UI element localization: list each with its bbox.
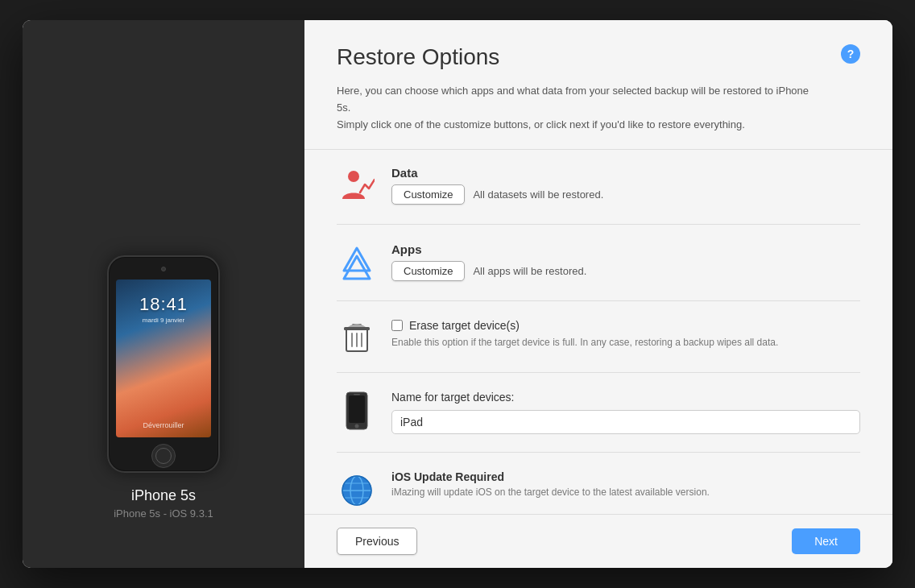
device-subtitle: iPhone 5s - iOS 9.3.1 — [114, 507, 213, 520]
target-phone-svg-icon — [345, 391, 369, 430]
erase-svg-icon — [342, 319, 372, 354]
ios-update-title: iOS Update Required — [391, 470, 710, 483]
target-device-icon — [337, 391, 377, 431]
erase-option-row: Erase target device(s) Enable this optio… — [337, 319, 860, 354]
target-name-label: Name for target devices: — [391, 391, 860, 404]
content-body: Data Customize All datasets will be rest… — [304, 150, 892, 514]
header-title-area: Restore Options Here, you can choose whi… — [337, 44, 833, 133]
ios-update-description: iMazing will update iOS on the target de… — [391, 487, 710, 498]
data-option-controls: Customize All datasets will be restored. — [391, 184, 860, 205]
apps-option-row: Apps Customize All apps will be restored… — [337, 242, 860, 283]
divider-2 — [337, 300, 860, 301]
svg-rect-10 — [349, 395, 365, 423]
phone-home-button — [151, 444, 176, 468]
device-illustration: 18:41 mardi 9 janvier Déverrouiller iPho… — [107, 255, 220, 520]
divider-1 — [337, 224, 860, 225]
data-icon — [337, 166, 377, 206]
svg-marker-1 — [344, 248, 370, 271]
phone-camera — [161, 267, 166, 271]
data-option-content: Data Customize All datasets will be rest… — [391, 166, 860, 205]
svg-point-0 — [348, 171, 359, 182]
target-name-content: Name for target devices: — [391, 391, 860, 434]
desc-line2: Simply click one of the customize button… — [337, 118, 745, 130]
svg-rect-12 — [354, 394, 360, 395]
apps-customize-button[interactable]: Customize — [391, 261, 465, 281]
previous-button[interactable]: Previous — [337, 528, 417, 555]
desc-line1: Here, you can choose which apps and what… — [337, 85, 809, 114]
page-title: Restore Options — [337, 44, 833, 70]
data-svg-icon — [339, 168, 375, 204]
sidebar: 18:41 mardi 9 janvier Déverrouiller iPho… — [23, 20, 304, 568]
erase-top: Erase target device(s) — [391, 319, 778, 332]
apps-option-content: Apps Customize All apps will be restored… — [391, 242, 860, 281]
data-option-row: Data Customize All datasets will be rest… — [337, 166, 860, 206]
ios-update-content: iOS Update Required iMazing will update … — [391, 470, 710, 498]
apps-option-title: Apps — [391, 242, 860, 256]
data-option-note: All datasets will be restored. — [473, 188, 603, 201]
data-customize-button[interactable]: Customize — [391, 184, 465, 205]
erase-description: Enable this option if the target device … — [391, 335, 778, 350]
device-name: iPhone 5s — [131, 487, 196, 504]
target-name-input[interactable] — [391, 410, 860, 434]
phone-screen: 18:41 mardi 9 janvier Déverrouiller — [116, 280, 211, 437]
apps-option-note: All apps will be restored. — [473, 265, 586, 277]
main-content: Restore Options Here, you can choose whi… — [304, 20, 892, 568]
page-description: Here, you can choose which apps and what… — [337, 83, 820, 133]
phone-home-inner — [155, 448, 172, 464]
help-icon[interactable]: ? — [841, 44, 860, 64]
erase-option-content: Erase target device(s) Enable this optio… — [391, 319, 778, 350]
app-window: 18:41 mardi 9 janvier Déverrouiller iPho… — [23, 20, 892, 568]
svg-marker-2 — [344, 256, 370, 279]
erase-icon — [337, 319, 377, 354]
next-button[interactable]: Next — [792, 528, 860, 554]
svg-point-11 — [355, 424, 359, 429]
footer: Previous Next — [304, 514, 892, 568]
target-name-row: Name for target devices: — [337, 391, 860, 434]
phone-date: mardi 9 janvier — [116, 317, 211, 324]
ios-update-icon — [337, 470, 377, 511]
apps-option-controls: Customize All apps will be restored. — [391, 261, 860, 281]
content-header: Restore Options Here, you can choose whi… — [304, 20, 892, 150]
phone-body: 18:41 mardi 9 janvier Déverrouiller — [107, 255, 220, 473]
erase-label: Erase target device(s) — [409, 319, 520, 332]
divider-3 — [337, 372, 860, 373]
data-option-title: Data — [391, 166, 860, 180]
phone-unlock: Déverrouiller — [116, 421, 211, 429]
erase-checkbox[interactable] — [391, 320, 403, 331]
globe-svg-icon — [339, 473, 375, 508]
ios-update-row: iOS Update Required iMazing will update … — [337, 470, 860, 511]
apps-svg-icon — [339, 245, 375, 280]
phone-time: 18:41 — [116, 280, 211, 315]
apps-icon — [337, 242, 377, 283]
divider-4 — [337, 452, 860, 453]
